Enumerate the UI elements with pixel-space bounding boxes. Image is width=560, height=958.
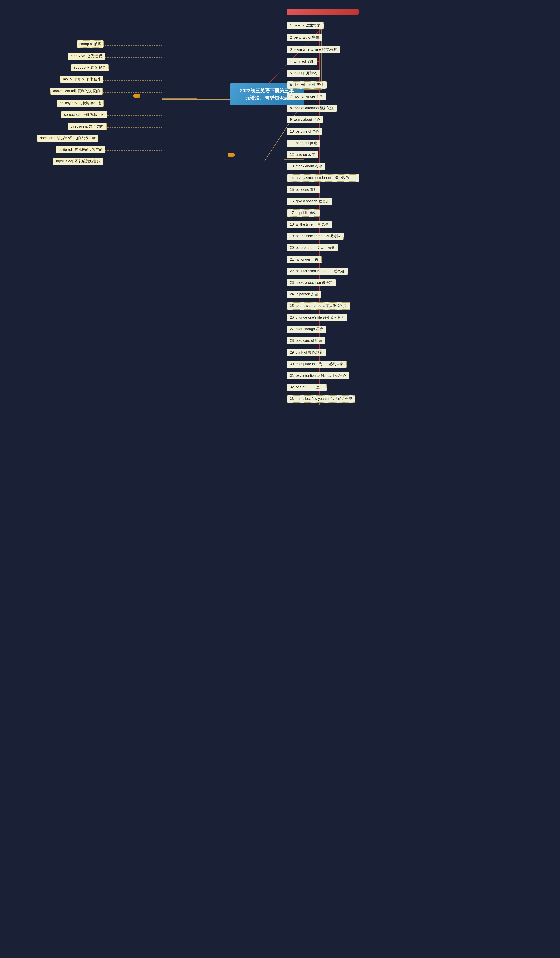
vocab-item-2: rush v.&n. 仓促;急促 <box>68 52 105 60</box>
phrase-item-5: 5. take up 开始做 <box>287 70 320 77</box>
vocab-item-10: polite adj. 有礼貌的；客气的 <box>56 146 105 153</box>
phrase-item-20: 20. be proud of... 为……骄傲 <box>287 244 338 251</box>
phrase-item-30: 30. take pride in... 为……感到自豪 <box>287 360 346 368</box>
phrase-item-8: 8. tons of attention 很多关注 <box>287 105 337 112</box>
vocab-item-1: stamp n. 邮票 <box>76 40 104 48</box>
phrase-item-11: 11. hang out 闲逛 <box>287 140 320 147</box>
connector-lines <box>0 0 560 958</box>
vocab-item-3: suggest v. 建议;提议 <box>71 64 108 71</box>
phrase-item-24: 24. in person 亲自 <box>287 291 321 298</box>
phrase-item-29: 29. think of 关心;想着 <box>287 349 326 356</box>
phrase-item-31: 31. pay attention to 对……注意;留心 <box>287 372 349 379</box>
phrase-item-14: 14. a very small number of... 极少数的…… <box>287 174 359 182</box>
phrase-item-33: 33. in the last few years 在过去的几年里 <box>287 395 355 403</box>
phrase-item-15: 15. be alone 独处 <box>287 186 320 194</box>
vocab-item-7: correct adj. 正确的;恰当的 <box>61 111 107 118</box>
phrase-item-27: 27. even though 尽管 <box>287 325 326 333</box>
phrase-item-17: 17. in public 当众 <box>287 209 320 217</box>
phrase-item-25: 25. to one's surprise 令某人吃惊的是 <box>287 302 350 309</box>
phrase-item-16: 16. give a speech 做演讲 <box>287 198 332 205</box>
vocab-item-9: speaker n. 讲(某种语言)的人;发言者 <box>37 135 98 142</box>
phrase-item-32: 32. one of... ……之一 <box>287 384 327 391</box>
phrase-item-13: 13. thank about 考虑 <box>287 163 325 170</box>
phrase-item-12: 12. give up 放弃 <box>287 151 318 159</box>
phrase-item-9: 9. worry about 担心 <box>287 116 323 124</box>
phrase-item-2: 2. be afraid of 害怕 <box>287 34 322 41</box>
phrase-item-21: 21. no longer 不再 <box>287 256 322 263</box>
phrase-item-22: 22. be interested in... 对……感兴趣 <box>287 268 348 275</box>
right-branch-label <box>227 153 235 157</box>
left-branch-label <box>133 94 140 98</box>
phrase-item-6: 6. deal with 对付;应付 <box>287 81 327 89</box>
top-right-title <box>287 9 359 15</box>
phrase-item-28: 28. take care of 照顾 <box>287 337 325 344</box>
phrase-item-3: 3. From time to time 时常;有时 <box>287 46 340 53</box>
phrase-item-19: 19. on the soccer team 在足球队 <box>287 233 344 240</box>
phrase-item-26: 26. change one's life 改变某人生活 <box>287 314 347 321</box>
vocab-item-11: impolite adj. 不礼貌的;粗鲁的 <box>52 158 103 165</box>
phrase-item-7: 7. not...anymore 不再 <box>287 93 326 100</box>
mind-map-container: 2023初三英语下册第三单元语法、句型知识点 stamp n. 邮票rush v… <box>0 0 560 958</box>
phrase-item-10: 10. be careful 当心 <box>287 128 322 135</box>
vocab-item-4: mail v. 邮寄 n. 邮件;信件 <box>60 76 103 83</box>
phrase-item-18: 18. all the time 一直;总是 <box>287 221 332 228</box>
phrase-item-1: 1. used to 过去常常 <box>287 22 324 29</box>
phrase-item-23: 23. make a decision 做决定 <box>287 279 336 286</box>
vocab-item-6: politely adv. 礼貌地;客气地 <box>57 100 104 107</box>
vocab-item-8: direction n. 方位;方向 <box>68 123 106 130</box>
phrase-item-4: 4. turn red 变红 <box>287 58 317 65</box>
vocab-item-5: convenient adj. 便利的;方便的 <box>50 87 103 95</box>
